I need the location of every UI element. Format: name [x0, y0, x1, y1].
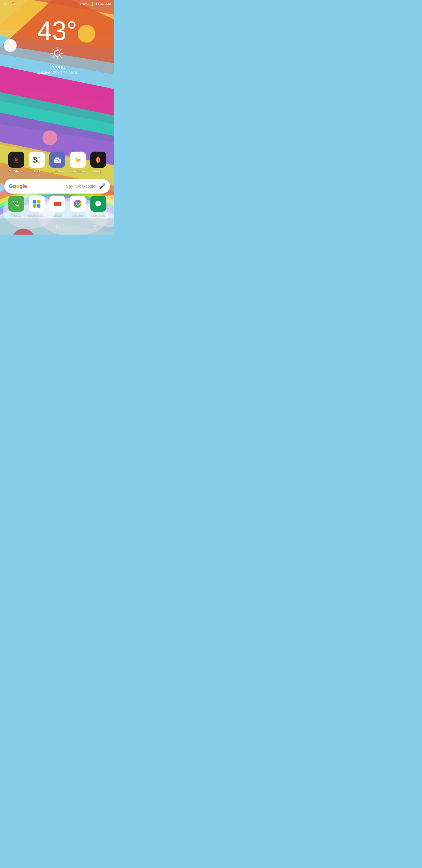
- bluetooth-icon: ✦: [79, 2, 82, 6]
- yt-studio-icon[interactable]: [8, 152, 24, 168]
- solid-explorer-label: Solid Expl...: [28, 214, 45, 217]
- recents-button[interactable]: ⊟: [93, 223, 98, 230]
- status-left: ✉ ••• 📶: [3, 2, 15, 6]
- gmail-icon[interactable]: [49, 195, 65, 212]
- weather-condition-icon: [50, 46, 64, 62]
- slack-label: Slack: [33, 169, 41, 173]
- svg-rect-46: [33, 162, 35, 163]
- svg-rect-55: [11, 199, 21, 209]
- app-slack[interactable]: S Slack: [28, 152, 45, 173]
- svg-point-41: [14, 158, 18, 162]
- weather-city: Peoria: [50, 64, 65, 70]
- svg-line-38: [53, 57, 54, 58]
- search-placeholder[interactable]: Say "Ok Google": [30, 184, 99, 189]
- svg-point-69: [76, 202, 79, 205]
- svg-text:": ": [98, 202, 100, 205]
- svg-point-50: [56, 159, 58, 162]
- back-button[interactable]: ←: [17, 223, 23, 230]
- svg-rect-58: [37, 200, 40, 204]
- app-camera[interactable]: Camera: [48, 152, 66, 173]
- signal-dots-icon: •••: [8, 3, 10, 6]
- app-fenix[interactable]: Fenix: [89, 152, 107, 173]
- microphone-icon[interactable]: 🎤: [99, 183, 105, 189]
- navigation-bar: ← □ ⊟: [0, 218, 114, 235]
- home-button[interactable]: □: [56, 223, 60, 230]
- fenix-label: Fenix: [94, 169, 102, 173]
- play-store-label: Play Store: [70, 169, 85, 173]
- wifi-icon: 📶: [11, 2, 15, 6]
- camera-icon[interactable]: [49, 152, 65, 168]
- app-chrome[interactable]: Chrome: [69, 195, 87, 217]
- svg-point-39: [57, 60, 58, 61]
- time: 11:49 AM: [96, 2, 111, 6]
- solid-explorer-icon[interactable]: [29, 195, 45, 212]
- chrome-icon[interactable]: [70, 195, 86, 212]
- temperature-display: 43°: [37, 18, 77, 44]
- svg-rect-44: [33, 157, 35, 158]
- battery-icon: 🔋: [90, 2, 94, 6]
- svg-line-37: [60, 49, 62, 50]
- app-phone[interactable]: Phone: [7, 195, 25, 217]
- google-logo: Google: [9, 183, 27, 189]
- svg-line-35: [53, 49, 54, 50]
- svg-line-36: [60, 57, 62, 58]
- weather-updated: Updated 12/14 7:02 AM ↺: [37, 71, 77, 75]
- search-bar[interactable]: Google Say "Ok Google" 🎤: [4, 179, 110, 193]
- svg-rect-59: [33, 204, 36, 208]
- battery-percent: 48%: [83, 2, 89, 6]
- svg-point-30: [54, 51, 60, 56]
- svg-text:": ": [96, 202, 98, 205]
- gmail-label: Gmail: [53, 214, 62, 217]
- app-play-store[interactable]: Play Store: [69, 152, 87, 173]
- hangouts-icon[interactable]: " ": [90, 195, 106, 212]
- chrome-label: Chrome: [72, 214, 83, 217]
- phone-label: Phone: [11, 214, 21, 217]
- camera-label: Camera: [51, 169, 63, 173]
- app-gmail[interactable]: Gmail: [48, 195, 66, 217]
- status-bar: ✉ ••• 📶 ✦ 48% 🔋 11:49 AM: [0, 0, 114, 8]
- svg-rect-45: [38, 157, 40, 158]
- phone-icon[interactable]: [8, 195, 24, 212]
- svg-point-20: [42, 130, 57, 145]
- app-hangouts[interactable]: " " Hangouts: [89, 195, 107, 217]
- svg-rect-57: [33, 200, 36, 204]
- fenix-icon[interactable]: [90, 152, 106, 168]
- status-right: ✦ 48% 🔋 11:49 AM: [79, 2, 111, 6]
- hangouts-label: Hangouts: [91, 214, 105, 217]
- app-yt-studio[interactable]: YT Studio: [7, 152, 25, 173]
- yt-studio-label: YT Studio: [9, 169, 23, 173]
- app-grid: YT Studio S Slack: [0, 152, 114, 173]
- dock: Phone Solid Expl...: [0, 195, 114, 217]
- svg-rect-51: [59, 158, 60, 159]
- app-solid-explorer[interactable]: Solid Expl...: [28, 195, 45, 217]
- svg-rect-47: [38, 162, 40, 163]
- play-store-icon[interactable]: [70, 152, 86, 168]
- slack-icon[interactable]: S: [29, 152, 45, 168]
- svg-rect-60: [37, 204, 40, 208]
- gmail-notification-icon: ✉: [3, 2, 6, 6]
- weather-widget: 43° Peoria Updated 12/14 7:02 AM ↺: [0, 18, 114, 75]
